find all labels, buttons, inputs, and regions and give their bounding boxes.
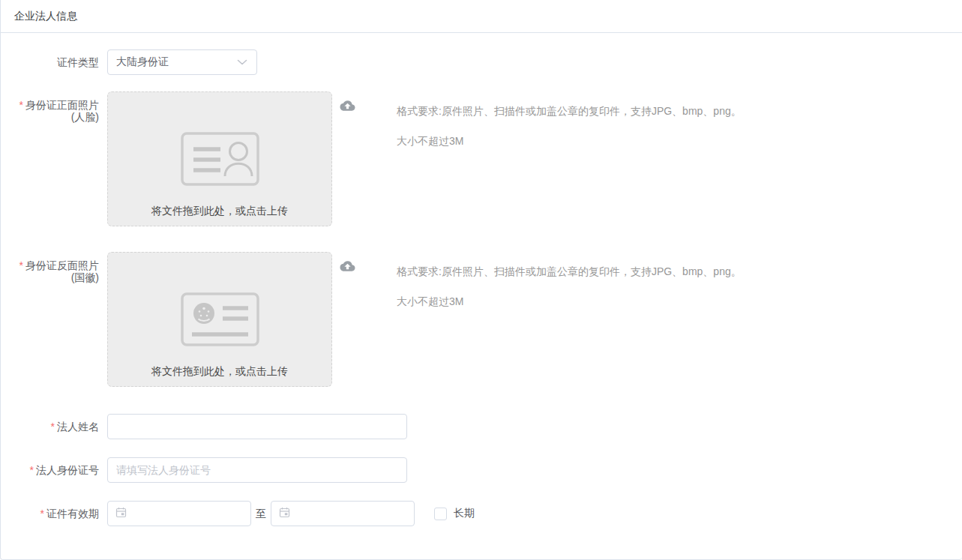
required-mark: *	[19, 99, 23, 111]
cert-type-label: 证件类型	[1, 56, 99, 68]
id-front-hints: 格式要求:原件照片、扫描件或加盖公章的复印件，支持JPG、bmp、png。 大小…	[397, 91, 742, 226]
dropzone-text: 将文件拖到此处，或点击上传	[151, 365, 288, 379]
validity-label: *证件有效期	[1, 508, 99, 520]
chevron-down-icon	[237, 56, 247, 68]
legal-id-input[interactable]	[107, 457, 407, 483]
cloud-upload-icon[interactable]	[340, 98, 355, 113]
long-term-checkbox[interactable]	[434, 508, 447, 520]
id-back-dropzone[interactable]: 将文件拖到此处，或点击上传	[107, 252, 332, 387]
id-back-hints: 格式要求:原件照片、扫描件或加盖公章的复印件，支持JPG、bmp、png。 大小…	[397, 252, 742, 387]
form-row-id-back: *身份证反面照片 (国徽)	[1, 252, 962, 387]
size-hint: 大小不超过3M	[397, 295, 742, 309]
required-mark: *	[19, 259, 23, 271]
form-row-validity: *证件有效期 至	[1, 501, 962, 526]
panel-header: 企业法人信息	[1, 0, 962, 33]
legal-id-label: *法人身份证号	[1, 464, 99, 476]
id-card-front-icon	[181, 132, 259, 188]
required-mark: *	[40, 508, 44, 520]
calendar-icon	[115, 507, 127, 520]
id-front-dropzone[interactable]: 将文件拖到此处，或点击上传	[107, 91, 332, 226]
legal-name-input[interactable]	[107, 414, 407, 439]
long-term-checkbox-label[interactable]: 长期	[454, 507, 475, 520]
form-row-legal-name: *法人姓名	[1, 414, 962, 439]
cloud-upload-icon[interactable]	[340, 259, 355, 274]
id-front-label: *身份证正面照片 (人脸)	[1, 91, 99, 226]
required-mark: *	[51, 421, 55, 433]
dropzone-text: 将文件拖到此处，或点击上传	[151, 205, 288, 218]
validity-start-date-input[interactable]	[107, 501, 251, 526]
format-hint: 格式要求:原件照片、扫描件或加盖公章的复印件，支持JPG、bmp、png。	[397, 265, 742, 279]
page-title: 企业法人信息	[14, 10, 77, 23]
legal-person-info-panel: 企业法人信息 证件类型 大陆身份证 *身份证正面照片 (人脸)	[0, 0, 962, 560]
form-row-cert-type: 证件类型 大陆身份证	[1, 49, 962, 75]
legal-person-form: 证件类型 大陆身份证 *身份证正面照片 (人脸)	[1, 33, 962, 526]
required-mark: *	[30, 464, 34, 476]
long-term-checkbox-wrap: 长期	[434, 501, 475, 526]
form-row-id-front: *身份证正面照片 (人脸) 将文件拖到此处	[1, 91, 962, 226]
format-hint: 格式要求:原件照片、扫描件或加盖公章的复印件，支持JPG、bmp、png。	[397, 105, 742, 118]
validity-separator: 至	[256, 501, 266, 526]
id-back-label: *身份证反面照片 (国徽)	[1, 252, 99, 387]
cert-type-select[interactable]: 大陆身份证	[107, 49, 257, 75]
legal-name-label: *法人姓名	[1, 421, 99, 433]
size-hint: 大小不超过3M	[397, 135, 742, 148]
validity-end-date-input[interactable]	[271, 501, 415, 526]
cert-type-selected-value: 大陆身份证	[116, 55, 169, 69]
calendar-icon	[279, 507, 290, 520]
form-row-legal-id: *法人身份证号	[1, 457, 962, 483]
id-card-back-icon	[181, 292, 259, 349]
